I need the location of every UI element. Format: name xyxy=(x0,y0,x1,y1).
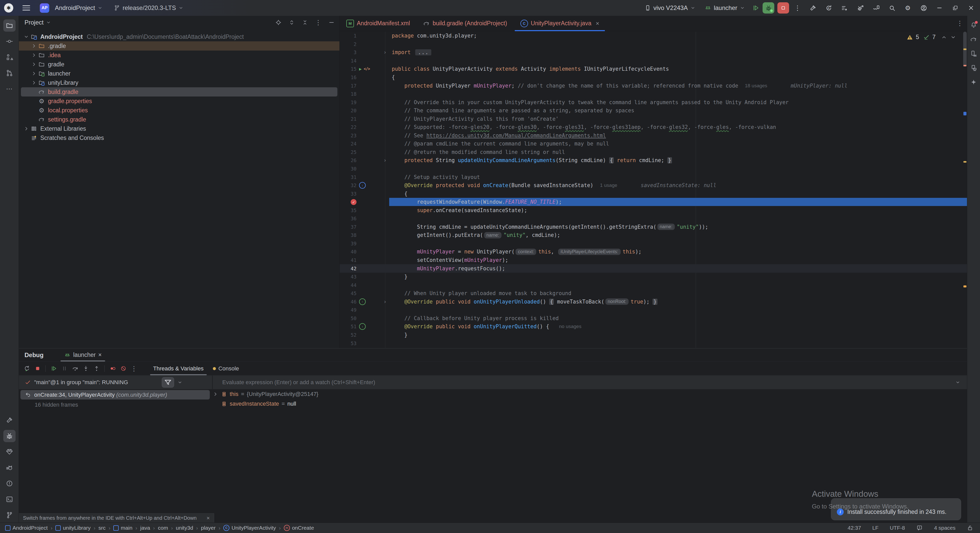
variable-row-savedInstanceState[interactable]: savedInstanceState = null xyxy=(212,399,318,409)
run-class-icon[interactable]: ▶ xyxy=(359,66,362,72)
tree-chevron-icon[interactable] xyxy=(22,34,30,40)
settings-icon[interactable]: ⚙ xyxy=(900,2,916,14)
code-line-16[interactable]: 16{ xyxy=(340,73,967,82)
vcs-branch-selector[interactable]: release/2020.3-LTS xyxy=(114,4,184,11)
logcat-icon[interactable] xyxy=(3,461,16,474)
pause-icon[interactable] xyxy=(59,364,70,374)
panel-options-icon[interactable]: ⋮ xyxy=(315,19,321,26)
step-over-icon[interactable] xyxy=(70,364,80,374)
structure-icon[interactable] xyxy=(3,51,16,63)
code-line-42[interactable]: 42 mUnityPlayer.requestFocus(); xyxy=(340,264,967,273)
chevron-down-icon[interactable] xyxy=(177,380,183,385)
fold-chevron-icon[interactable]: › xyxy=(383,157,387,163)
pull-requests-icon[interactable] xyxy=(3,67,16,79)
tree-chevron-icon[interactable] xyxy=(30,61,38,67)
build-icon[interactable] xyxy=(805,2,821,14)
code-line-14[interactable]: 14 xyxy=(340,57,967,65)
unlocked-icon[interactable] xyxy=(967,525,974,531)
prev-problem-icon[interactable] xyxy=(941,34,947,41)
tree-item-scratches-and-consoles[interactable]: Scratches and Consoles xyxy=(19,133,339,142)
code-line-37[interactable]: 37 String cmdLine = updateUnityCommandLi… xyxy=(340,223,967,231)
tree-item-settings-gradle[interactable]: settings.gradle xyxy=(19,115,339,124)
breadcrumb-unity3d[interactable]: unity3d xyxy=(176,525,193,531)
file-encoding[interactable]: UTF-8 xyxy=(890,525,905,531)
breadcrumb-unitylibrary[interactable]: unityLibrary xyxy=(56,525,91,531)
next-problem-icon[interactable] xyxy=(950,34,956,41)
project-avatar[interactable]: AP xyxy=(40,3,49,13)
tree-item-gradle-properties[interactable]: ⚙gradle.properties xyxy=(19,97,339,106)
restore-button[interactable] xyxy=(947,2,963,14)
gemini-icon[interactable] xyxy=(969,77,979,87)
view-breakpoints-icon[interactable] xyxy=(107,364,118,374)
more-tool-windows-icon[interactable]: ⋯ xyxy=(3,83,16,95)
code-line-32[interactable]: 32↑ @Override protected void onCreate(Bu… xyxy=(340,181,967,190)
tab-console[interactable]: Console xyxy=(208,362,244,375)
line-ending[interactable]: LF xyxy=(872,525,879,531)
code-line-50[interactable]: 50 // Callback before Unity player proce… xyxy=(340,314,967,323)
code-line-21[interactable]: 21 // UnityPlayerActivity calls this fro… xyxy=(340,115,967,123)
hidden-frames-label[interactable]: 16 hidden frames xyxy=(35,401,78,408)
tab-unityplayeractivity-java[interactable]: CUnityPlayerActivity.java× xyxy=(514,16,606,31)
code-line-38[interactable]: 38 getIntent().putExtra(name:"unity", cm… xyxy=(340,231,967,239)
locate-opened-file-icon[interactable] xyxy=(275,19,282,26)
breadcrumb-unityplayeractivity[interactable]: CUnityPlayerActivity xyxy=(223,525,276,531)
step-out-icon[interactable] xyxy=(91,364,102,374)
problems-icon[interactable] xyxy=(3,477,16,490)
breadcrumb-com[interactable]: com xyxy=(158,525,168,531)
debug-tool-icon[interactable] xyxy=(3,430,16,442)
device-selector[interactable]: vivo V2243A xyxy=(644,4,696,11)
filter-frames-button[interactable] xyxy=(162,377,174,388)
tree-item-gradle[interactable]: gradle xyxy=(19,60,339,69)
overrides-method-icon[interactable]: ↑ xyxy=(359,182,366,189)
project-panel-title[interactable]: Project xyxy=(24,19,44,26)
code-line-20[interactable]: 20 // The command line arguments are pas… xyxy=(340,107,967,115)
code-line-36[interactable]: 36 xyxy=(340,215,967,223)
editor-scrollbar[interactable] xyxy=(962,32,967,348)
tree-chevron-icon[interactable] xyxy=(30,80,38,86)
run-button[interactable] xyxy=(752,4,759,12)
hide-panel-icon[interactable] xyxy=(328,19,335,26)
code-line-44[interactable]: 44 xyxy=(340,281,967,289)
stop-icon[interactable] xyxy=(32,364,43,374)
code-line-1[interactable]: 1package com.unity3d.player; xyxy=(340,32,967,40)
apply-code-changes-icon[interactable] xyxy=(837,2,853,14)
stack-frame-item[interactable]: onCreate:34, UnityPlayerActivity (com.un… xyxy=(21,390,210,399)
breadcrumb-oncreate[interactable]: monCreate xyxy=(284,525,314,531)
fold-chevron-icon[interactable]: › xyxy=(383,299,387,305)
code-line-53[interactable]: 53 xyxy=(340,339,967,347)
tree-item-external-libraries[interactable]: External Libraries xyxy=(19,124,339,133)
code-line-18[interactable]: 18 xyxy=(340,90,967,98)
code-line-51[interactable]: 51↑ @Override public void onUnityPlayerQ… xyxy=(340,322,967,331)
code-line-45[interactable]: 45 // When Unity player unloaded move ta… xyxy=(340,289,967,298)
code-line-2[interactable]: 2 xyxy=(340,40,967,48)
commit-icon[interactable] xyxy=(3,35,16,48)
tree-item-local-properties[interactable]: ⚙local.properties xyxy=(19,106,339,115)
variable-row-this[interactable]: this = {UnityPlayerActivity@25147} xyxy=(212,389,318,399)
more-icon[interactable]: ⋮ xyxy=(129,364,139,374)
code-line-49[interactable]: 49 xyxy=(340,306,967,314)
code-line-30[interactable]: 30 xyxy=(340,165,967,173)
code-line-52[interactable]: 52 } xyxy=(340,331,967,339)
tree-chevron-icon[interactable] xyxy=(22,126,30,132)
step-into-icon[interactable] xyxy=(80,364,91,374)
sync-restart-icon[interactable]: A xyxy=(821,2,837,14)
code-line-22[interactable]: 22 // Supported: -force-gles20, -force-g… xyxy=(340,123,967,132)
highlight-level-icon[interactable] xyxy=(916,525,923,531)
code-line-40[interactable]: 40 mUnityPlayer = new UnityPlayer(contex… xyxy=(340,248,967,256)
device-mirror-icon[interactable] xyxy=(868,2,884,14)
code-line-39[interactable]: 39 xyxy=(340,239,967,248)
code-line-25[interactable]: 25 // @return the modified command line … xyxy=(340,148,967,156)
main-menu-icon[interactable] xyxy=(22,5,30,11)
running-devices-icon[interactable] xyxy=(969,63,979,73)
expand-all-icon[interactable] xyxy=(288,19,295,26)
close-button[interactable] xyxy=(963,2,979,14)
tab-build-gradle[interactable]: build.gradle (AndroidProject) xyxy=(417,16,514,31)
tree-item-unitylibrary[interactable]: unityLibrary xyxy=(19,78,339,87)
tree-item--idea[interactable]: .idea xyxy=(19,51,339,60)
terminal-icon[interactable] xyxy=(3,493,16,506)
breadcrumb-player[interactable]: player xyxy=(201,525,215,531)
mute-breakpoints-icon[interactable] xyxy=(118,364,129,374)
debug-session-tab[interactable]: launcher × xyxy=(60,348,105,361)
evaluate-expression-input[interactable]: Evaluate expression (Enter) or add a wat… xyxy=(213,375,967,389)
project-selector[interactable]: AndroidProject xyxy=(55,4,103,11)
